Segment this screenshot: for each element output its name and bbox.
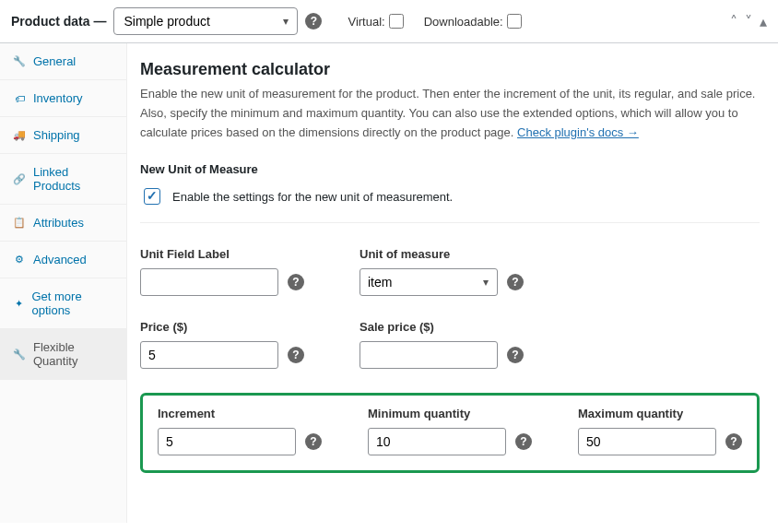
sidebar-item-linked-products[interactable]: 🔗Linked Products [0,154,126,205]
help-icon[interactable]: ? [288,347,304,363]
price-input[interactable] [140,341,278,369]
chevron-up-icon[interactable]: ˄ [730,13,737,30]
sidebar-tabs: 🔧General🏷Inventory🚚Shipping🔗Linked Produ… [0,43,127,523]
help-icon[interactable]: ? [288,274,304,290]
help-icon[interactable]: ? [305,13,322,30]
unit-measure-select[interactable]: item [360,268,498,296]
sidebar-item-inventory[interactable]: 🏷Inventory [0,80,126,117]
help-icon[interactable]: ? [725,433,742,450]
truck-icon: 🚚 [13,129,26,142]
sidebar-item-label: Get more options [31,290,113,317]
wrench-icon: 🔧 [13,348,26,361]
sidebar-item-advanced[interactable]: ⚙Advanced [0,242,126,278]
help-icon[interactable]: ? [305,433,322,450]
gear-icon: ⚙ [13,254,26,266]
max-qty-input[interactable] [578,428,716,455]
min-qty-input[interactable] [368,428,506,455]
highlighted-quantity-box: Increment ? Minimum quantity ? [140,393,760,473]
tag-icon: 🏷 [13,92,26,105]
sidebar-item-label: Advanced [33,253,87,266]
tab-content: Measurement calculator Enable the new un… [127,43,778,523]
sidebar-item-label: Attributes [33,216,84,230]
help-icon[interactable]: ? [515,433,532,450]
sidebar-item-attributes[interactable]: 📋Attributes [0,205,126,242]
list-icon: 📋 [13,217,26,230]
downloadable-checkbox-label: Downloadable: [424,14,522,29]
sidebar-item-shipping[interactable]: 🚚Shipping [0,117,126,154]
virtual-label: Virtual: [348,15,384,29]
sidebar-item-get-more-options[interactable]: ✦Get more options [0,278,126,329]
sidebar-item-label: Linked Products [33,165,113,193]
unit-measure-label: Unit of measure [360,247,524,261]
chevron-down-icon[interactable]: ˅ [745,13,752,30]
sidebar-item-general[interactable]: 🔧General [0,43,126,80]
price-label: Price ($) [140,320,304,334]
link-icon: 🔗 [13,172,26,185]
sidebar-item-label: Shipping [33,128,80,142]
sidebar-item-label: General [33,54,76,68]
max-qty-label: Maximum quantity [578,407,742,420]
panel-title: Product data — [11,14,106,29]
downloadable-checkbox[interactable] [507,14,522,29]
increment-input[interactable] [158,428,296,455]
help-icon[interactable]: ? [507,347,524,363]
help-icon[interactable]: ? [507,274,524,290]
content-heading: Measurement calculator [140,60,760,79]
sidebar-item-label: Flexible Quantity [33,340,113,368]
collapse-icon[interactable]: ▴ [760,13,767,30]
virtual-checkbox-label: Virtual: [348,14,403,29]
increment-label: Increment [158,407,322,420]
virtual-checkbox[interactable] [389,14,404,29]
sidebar-item-flexible-quantity[interactable]: 🔧Flexible Quantity [0,329,126,380]
panel-header: Product data — Simple product ? Virtual:… [0,0,778,43]
enable-label: Enable the settings for the new unit of … [172,190,453,204]
enable-checkbox[interactable] [144,188,160,205]
min-qty-label: Minimum quantity [368,407,532,420]
wrench-icon: 🔧 [13,55,26,68]
unit-field-input[interactable] [140,268,278,296]
sale-price-label: Sale price ($) [360,320,524,334]
unit-field-label: Unit Field Label [140,247,304,261]
sparkle-icon: ✦ [13,297,24,310]
downloadable-label: Downloadable: [424,15,503,29]
section-title: New Unit of Measure [140,162,760,176]
content-description: Enable the new unit of measurement for t… [140,85,760,142]
description-text: Enable the new unit of measurement for t… [140,87,755,139]
sidebar-item-label: Inventory [33,91,82,105]
sale-price-input[interactable] [360,341,498,369]
product-type-select[interactable]: Simple product [113,7,298,35]
docs-link[interactable]: Check plugin's docs → [517,125,639,139]
